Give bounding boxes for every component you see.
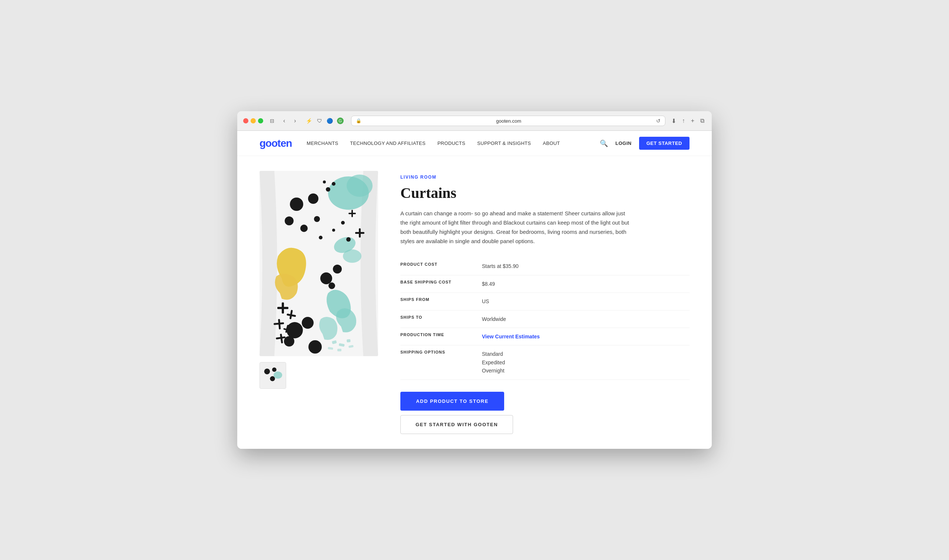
product-description: A curtain can change a room- so go ahead… (400, 209, 630, 246)
nav-support[interactable]: SUPPORT & INSIGHTS (477, 140, 531, 146)
spec-value-shipping-options: Standard Expedited Overnight (482, 350, 689, 375)
svg-rect-9 (337, 349, 341, 351)
download-button[interactable]: ⬇ (670, 117, 678, 125)
spec-row-base-shipping: BASE SHIPPING COST $8.49 (400, 275, 689, 293)
lock-icon: 🔒 (356, 118, 361, 123)
svg-point-12 (308, 194, 318, 204)
spec-row-ships-from: SHIPS FROM US (400, 293, 689, 310)
spec-row-shipping-options: SHIPPING OPTIONS Standard Expedited Over… (400, 345, 689, 380)
maximize-button[interactable] (258, 118, 263, 123)
svg-rect-24 (355, 232, 365, 234)
spec-value-base-shipping: $8.49 (482, 280, 689, 288)
svg-point-39 (346, 237, 351, 242)
svg-point-4 (343, 249, 361, 263)
svg-rect-7 (347, 340, 351, 343)
login-button[interactable]: LOGIN (615, 140, 632, 146)
svg-point-14 (300, 225, 308, 232)
svg-point-15 (314, 216, 320, 222)
svg-point-20 (302, 317, 314, 329)
forward-button[interactable]: › (292, 117, 298, 125)
svg-point-18 (328, 282, 335, 289)
browser-chrome: ⊟ ‹ › ⚡ 🛡 🔵 G 🔒 gooten.com ↺ ⬇ ↑ + ⧉ (237, 111, 712, 131)
svg-point-21 (284, 336, 294, 346)
url-text: gooten.com (364, 118, 654, 124)
spec-value-production-time: View Current Estimates (482, 332, 689, 341)
minimize-button[interactable] (251, 118, 256, 123)
svg-point-38 (332, 229, 335, 232)
website-content: gooten MERCHANTS TECHNOLOGY AND AFFILIAT… (237, 131, 712, 448)
product-specs: PRODUCT COST Starts at $35.90 BASE SHIPP… (400, 258, 689, 380)
svg-point-41 (326, 187, 330, 192)
svg-point-48 (274, 372, 282, 379)
toolbar-icons: ⚡ 🛡 🔵 G (306, 117, 344, 124)
svg-point-45 (264, 369, 270, 375)
nav-about[interactable]: ABOUT (543, 140, 560, 146)
spec-label-production-time: PRODUCTION TIME (400, 332, 482, 337)
spec-row-production-time: PRODUCTION TIME View Current Estimates (400, 328, 689, 345)
spec-value-product-cost: Starts at $35.90 (482, 262, 689, 270)
spec-value-ships-from: US (482, 297, 689, 305)
nav-technology[interactable]: TECHNOLOGY AND AFFILIATES (350, 140, 426, 146)
svg-point-37 (319, 236, 323, 239)
get-started-button[interactable]: GET STARTED (639, 137, 689, 150)
svg-point-22 (308, 340, 322, 354)
get-started-product-button[interactable]: GET STARTED WITH GOOTEN (400, 415, 513, 434)
nav-actions: 🔍 LOGIN GET STARTED (600, 137, 689, 150)
spec-value-ships-to: Worldwide (482, 315, 689, 323)
curtain-svg (260, 171, 378, 356)
address-bar[interactable]: 🔒 gooten.com ↺ (351, 115, 665, 126)
search-button[interactable]: 🔍 (600, 139, 608, 148)
new-tab-button[interactable]: + (689, 117, 696, 125)
browser-actions: ⬇ ↑ + ⧉ (670, 117, 706, 125)
spec-label-product-cost: PRODUCT COST (400, 262, 482, 266)
thumbnail-row (260, 362, 378, 389)
reload-button[interactable]: ↺ (656, 118, 661, 124)
svg-point-17 (333, 265, 342, 274)
svg-rect-26 (348, 213, 356, 214)
spec-row-product-cost: PRODUCT COST Starts at $35.90 (400, 258, 689, 275)
svg-point-11 (290, 197, 303, 211)
svg-rect-28 (277, 307, 288, 309)
svg-point-46 (272, 368, 277, 372)
spec-label-shipping-options: SHIPPING OPTIONS (400, 350, 482, 354)
spec-label-ships-to: SHIPS TO (400, 315, 482, 320)
svg-point-13 (285, 217, 294, 225)
traffic-lights (243, 118, 263, 123)
nav-links: MERCHANTS TECHNOLOGY AND AFFILIATES PROD… (306, 140, 600, 146)
spec-label-ships-from: SHIPS FROM (400, 297, 482, 302)
svg-point-16 (320, 272, 332, 284)
tabs-overview-button[interactable]: ⧉ (699, 117, 706, 125)
category-label: LIVING ROOM (400, 175, 689, 180)
product-title: Curtains (400, 184, 689, 202)
product-images (260, 171, 378, 434)
thumbnail-1[interactable] (260, 362, 286, 389)
production-time-link[interactable]: View Current Estimates (482, 334, 540, 340)
extension-circle-icon: G (337, 117, 344, 124)
back-button[interactable]: ‹ (281, 117, 287, 125)
logo[interactable]: gooten (260, 137, 292, 149)
spec-label-base-shipping: BASE SHIPPING COST (400, 280, 482, 284)
svg-point-43 (323, 180, 326, 183)
product-info: LIVING ROOM Curtains A curtain can chang… (400, 171, 689, 434)
bookmark-bar-icon: ⚡ (306, 117, 312, 124)
sidebar-toggle-button[interactable]: ⊟ (268, 117, 277, 125)
svg-point-42 (332, 182, 335, 186)
svg-point-40 (341, 221, 345, 225)
add-product-button[interactable]: ADD PRODUCT TO STORE (400, 392, 504, 411)
close-button[interactable] (243, 118, 248, 123)
nav-merchants[interactable]: MERCHANTS (306, 140, 338, 146)
share-button[interactable]: ↑ (681, 117, 686, 125)
main-navigation: gooten MERCHANTS TECHNOLOGY AND AFFILIAT… (237, 131, 712, 156)
spec-row-ships-to: SHIPS TO Worldwide (400, 311, 689, 328)
product-page: LIVING ROOM Curtains A curtain can chang… (237, 156, 712, 448)
svg-point-2 (347, 175, 372, 197)
main-product-image (260, 171, 378, 356)
adblock-icon: 🔵 (327, 117, 333, 124)
browser-window: ⊟ ‹ › ⚡ 🛡 🔵 G 🔒 gooten.com ↺ ⬇ ↑ + ⧉ goo… (237, 111, 712, 448)
nav-products[interactable]: PRODUCTS (437, 140, 465, 146)
shield-icon: 🛡 (316, 117, 323, 124)
